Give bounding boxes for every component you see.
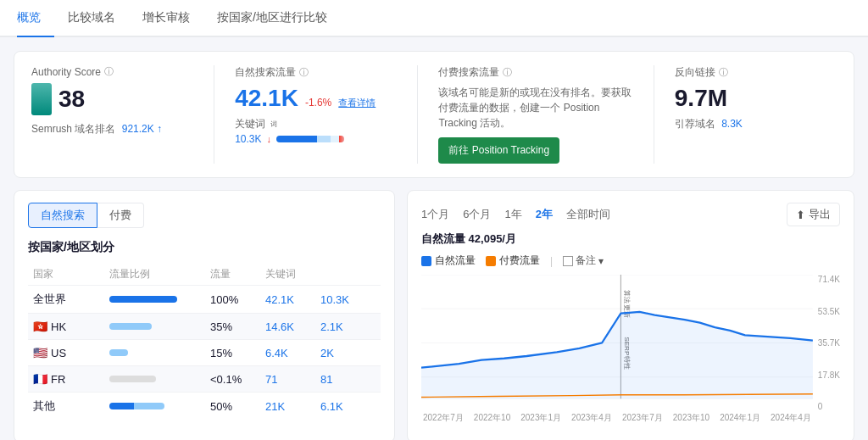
table-header: 国家 流量比例 流量 关键词 <box>28 264 381 285</box>
organic-change: -1.6% <box>305 97 331 109</box>
table-row: 其他 50% 21K 6.1K <box>28 392 381 420</box>
x-label-2: 2023年1月 <box>520 412 561 424</box>
tab-country-compare[interactable]: 按国家/地区进行比较 <box>203 0 341 37</box>
keyword-bar <box>276 136 344 142</box>
col-traffic: 流量 <box>210 267 265 281</box>
left-panel: 自然搜索 付费 按国家/地区划分 国家 流量比例 流量 关键词 全世界 <box>14 190 395 440</box>
flag-hk: 🇭🇰 <box>33 320 47 333</box>
y-label-4: 0 <box>818 402 840 411</box>
paid-info-icon[interactable]: ⓘ <box>503 66 512 79</box>
chart-area: 算法更新 SERP特性 2022年7月 2022年10 2023年1月 <box>421 275 813 423</box>
traffic-bar-global <box>109 296 210 303</box>
tab-compare-domains[interactable]: 比较域名 <box>54 0 129 37</box>
keywords-global[interactable]: 10.3K <box>320 293 376 306</box>
backlinks-info-icon[interactable]: ⓘ <box>719 66 728 79</box>
pct-us: 15% <box>210 347 265 359</box>
note-chevron-icon: ▾ <box>598 255 604 267</box>
time-btn-6m[interactable]: 6个月 <box>463 207 491 222</box>
ref-domains-label: 引荐域名 <box>675 118 715 130</box>
traffic-other[interactable]: 21K <box>265 400 320 413</box>
pct-fr: <0.1% <box>210 373 265 386</box>
nav-tabs: 概览 比较域名 增长审核 按国家/地区进行比较 <box>0 0 868 37</box>
col-keywords: 关键词 <box>265 267 320 281</box>
time-btn-1y[interactable]: 1年 <box>504 207 521 222</box>
backlinks-block: 反向链接 ⓘ 9.7M 引荐域名 8.3K <box>654 65 837 164</box>
country-name-hk: HK <box>51 320 66 333</box>
traffic-fr[interactable]: 71 <box>265 373 320 386</box>
x-label-0: 2022年7月 <box>423 412 464 424</box>
time-btn-1m[interactable]: 1个月 <box>421 207 449 222</box>
ref-domains-value[interactable]: 8.3K <box>721 118 743 130</box>
x-label-6: 2024年1月 <box>720 412 760 424</box>
authority-info-icon[interactable]: ⓘ <box>104 65 114 78</box>
authority-badge <box>31 83 52 115</box>
organic-legend-dot <box>421 256 431 266</box>
traffic-hk[interactable]: 14.6K <box>265 320 320 333</box>
chart-legend: 自然流量 付费流量 | 备注 ▾ <box>421 253 840 268</box>
x-label-4: 2023年7月 <box>622 412 663 424</box>
tab-overview[interactable]: 概览 <box>17 0 54 37</box>
time-buttons: 1个月 6个月 1年 2年 全部时间 <box>421 207 610 222</box>
note-label: 备注 <box>576 253 596 268</box>
export-icon: ⬆ <box>796 209 805 221</box>
pct-global: 100% <box>210 293 265 306</box>
legend-organic[interactable]: 自然流量 <box>421 253 476 268</box>
x-axis-labels: 2022年7月 2022年10 2023年1月 2023年4月 2023年7月 … <box>421 412 813 424</box>
flag-fr: 🇫🇷 <box>33 372 47 386</box>
traffic-us[interactable]: 6.4K <box>265 347 320 359</box>
organic-traffic-block: 自然搜索流量 ⓘ 42.1K -1.6% 查看详情 关键词 词 10.3K ↓ <box>214 65 418 164</box>
country-name-fr: FR <box>51 373 65 386</box>
y-label-0: 71.4K <box>818 275 840 284</box>
keywords-hk[interactable]: 2.1K <box>320 320 376 333</box>
traffic-bar-fr <box>109 376 210 382</box>
chart-container: 算法更新 SERP特性 2022年7月 2022年10 2023年1月 <box>421 275 840 430</box>
semrush-rank-label: Semrush 域名排名 <box>31 123 115 135</box>
country-table: 国家 流量比例 流量 关键词 全世界 100% 42.1K 10.3K <box>28 264 381 420</box>
semrush-trend-icon: ↑ <box>157 123 162 135</box>
keywords-us[interactable]: 2K <box>320 347 376 359</box>
note-button[interactable]: 备注 ▾ <box>563 253 604 268</box>
x-label-1: 2022年10 <box>474 412 510 424</box>
tab-growth-audit[interactable]: 增长审核 <box>129 0 203 37</box>
tab-row: 自然搜索 付费 <box>28 203 381 228</box>
time-btn-2y[interactable]: 2年 <box>536 207 553 222</box>
country-name-other: 其他 <box>33 398 109 414</box>
paid-legend-dot <box>486 256 496 266</box>
flag-us: 🇺🇸 <box>33 346 47 359</box>
authority-score-block: Authority Score ⓘ 38 Semrush 域名排名 921.2K… <box>31 65 214 164</box>
traffic-bar-hk <box>109 323 210 330</box>
pct-hk: 35% <box>210 320 265 333</box>
organic-value: 42.1K <box>235 85 298 112</box>
position-tracking-button[interactable]: 前往 Position Tracking <box>438 137 559 164</box>
table-row: 🇭🇰 HK 35% 14.6K 2.1K <box>28 313 381 339</box>
organic-label: 自然搜索流量 <box>235 65 296 80</box>
chart-title: 自然流量 42,095/月 <box>421 231 840 247</box>
backlinks-label: 反向链接 <box>675 65 715 80</box>
keywords-fr[interactable]: 81 <box>320 373 376 386</box>
x-label-3: 2023年4月 <box>571 412 612 424</box>
tab-organic[interactable]: 自然搜索 <box>28 203 97 228</box>
authority-value: 38 <box>58 86 85 113</box>
semrush-rank-value[interactable]: 921.2K <box>122 123 154 135</box>
keywords-other[interactable]: 6.1K <box>320 400 376 413</box>
export-button[interactable]: ⬆ 导出 <box>787 203 840 226</box>
legend-paid[interactable]: 付费流量 <box>486 253 540 268</box>
stats-card: Authority Score ⓘ 38 Semrush 域名排名 921.2K… <box>14 51 854 178</box>
time-btn-all[interactable]: 全部时间 <box>566 207 610 222</box>
y-label-2: 35.7K <box>818 338 840 348</box>
country-name-global: 全世界 <box>33 292 109 307</box>
organic-change-link[interactable]: 查看详情 <box>338 97 376 109</box>
backlinks-value: 9.7M <box>675 85 727 111</box>
authority-score-label: Authority Score <box>31 66 101 78</box>
organic-legend-label: 自然流量 <box>435 253 476 268</box>
traffic-global[interactable]: 42.1K <box>265 293 320 306</box>
x-label-5: 2023年10 <box>673 412 709 424</box>
col-country: 国家 <box>33 267 109 281</box>
y-label-1: 53.5K <box>818 307 840 316</box>
organic-info-icon[interactable]: ⓘ <box>299 66 309 79</box>
table-row: 全世界 100% 42.1K 10.3K <box>28 285 381 313</box>
keyword-value[interactable]: 10.3K <box>235 133 261 145</box>
section-title: 按国家/地区划分 <box>28 240 381 255</box>
y-axis-labels: 71.4K 53.5K 35.7K 17.8K 0 <box>813 275 840 430</box>
tab-paid[interactable]: 付费 <box>97 203 144 228</box>
